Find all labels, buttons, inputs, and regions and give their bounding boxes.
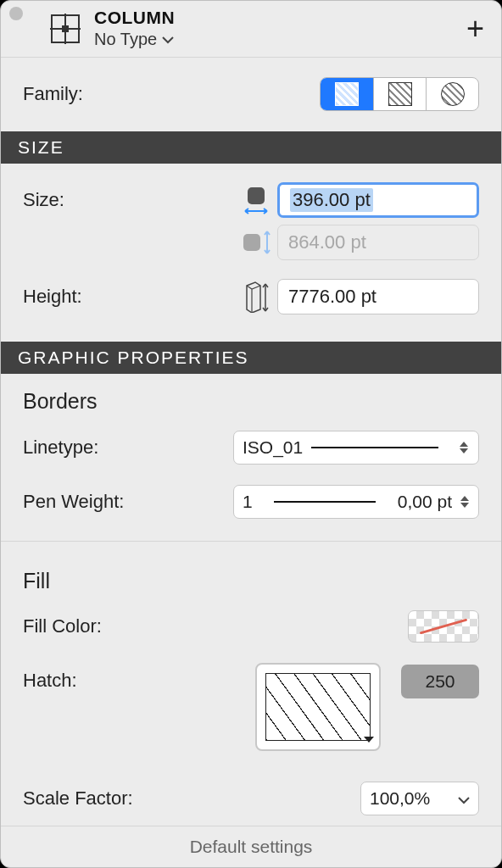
title-text-block: COLUMN No Type xyxy=(94,8,466,49)
inspector-panel: COLUMN No Type + Family: SIZE xyxy=(0,0,502,868)
titlebar: COLUMN No Type + xyxy=(1,1,501,58)
section-header-size: SIZE xyxy=(1,131,501,164)
svg-rect-3 xyxy=(62,25,69,32)
stepper-icon xyxy=(459,496,470,508)
svg-rect-4 xyxy=(248,187,265,204)
divider xyxy=(1,541,501,542)
scale-label: Scale Factor: xyxy=(23,787,133,810)
hatch-value-badge[interactable]: 250 xyxy=(401,665,479,698)
family-label: Family: xyxy=(23,83,83,105)
height-input[interactable]: 7776.00 pt xyxy=(277,279,479,314)
size-label: Size: xyxy=(23,189,235,211)
family-row: Family: xyxy=(1,58,501,131)
size-depth-value: 864.00 pt xyxy=(288,231,366,253)
type-dropdown[interactable]: No Type xyxy=(94,30,466,49)
scale-row: Scale Factor: 100,0% xyxy=(1,771,501,826)
linetype-select[interactable]: ISO_01 xyxy=(233,431,479,465)
close-window-button[interactable] xyxy=(9,7,23,20)
scale-value: 100,0% xyxy=(370,788,430,809)
penweight-row: Pen Weight: 1 0,00 pt xyxy=(1,475,501,529)
chevron-down-icon xyxy=(458,788,470,809)
hatch-value: 250 xyxy=(425,671,455,692)
height-row: Height: 7776.00 pt xyxy=(23,279,479,314)
size-depth-input: 864.00 pt xyxy=(277,225,479,260)
linetype-value: ISO_01 xyxy=(243,437,303,458)
fillcolor-row: Fill Color: xyxy=(1,600,501,653)
size-depth-row: 864.00 pt xyxy=(23,225,479,260)
hatch-row: Hatch: 250 xyxy=(1,653,501,761)
penweight-left: 1 xyxy=(243,492,253,512)
footer-text: Default settings xyxy=(190,837,313,856)
family-segmented-control xyxy=(320,77,479,111)
depth-icon xyxy=(235,230,277,255)
size-width-row: Size: 396.00 pt xyxy=(23,182,479,218)
element-type-title: COLUMN xyxy=(94,8,466,28)
hatch-pattern-select[interactable] xyxy=(255,663,381,751)
family-option-circle[interactable] xyxy=(426,78,478,110)
linetype-label: Linetype: xyxy=(23,437,98,459)
chevron-down-icon xyxy=(162,36,174,44)
fillcolor-label: Fill Color: xyxy=(23,615,102,637)
penweight-select[interactable]: 1 0,00 pt xyxy=(233,485,479,519)
section-header-graphic: GRAPHIC PROPERTIES xyxy=(1,342,501,374)
size-block: Size: 396.00 pt xyxy=(1,164,501,342)
column-icon xyxy=(48,12,82,46)
width-icon xyxy=(235,186,277,214)
family-option-square-hatched[interactable] xyxy=(373,78,426,110)
stepper-icon xyxy=(458,442,470,453)
fill-subtitle: Fill xyxy=(1,554,501,600)
height-icon xyxy=(235,281,277,313)
linetype-row: Linetype: ISO_01 xyxy=(1,420,501,475)
height-label: Height: xyxy=(23,286,235,308)
borders-subtitle: Borders xyxy=(1,374,501,420)
hatch-label: Hatch: xyxy=(23,663,235,692)
penweight-right: 0,00 pt xyxy=(398,492,452,512)
chevron-down-icon xyxy=(364,737,374,743)
penweight-label: Pen Weight: xyxy=(23,491,124,513)
size-width-input[interactable]: 396.00 pt xyxy=(277,182,479,218)
size-width-value: 396.00 pt xyxy=(290,188,373,212)
height-value: 7776.00 pt xyxy=(288,286,376,308)
add-button[interactable]: + xyxy=(466,11,484,47)
footer-default-settings[interactable]: Default settings xyxy=(1,826,501,867)
type-value: No Type xyxy=(94,30,157,49)
fillcolor-swatch[interactable] xyxy=(408,610,479,643)
svg-rect-6 xyxy=(243,234,260,251)
family-option-square-solid[interactable] xyxy=(321,78,373,110)
scale-select[interactable]: 100,0% xyxy=(360,782,479,815)
